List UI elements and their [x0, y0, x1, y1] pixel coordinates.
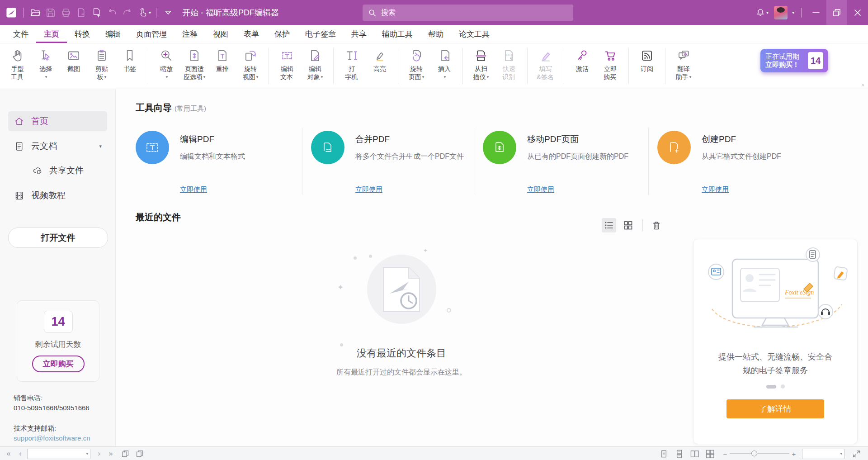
edit-object-button[interactable]: 编辑 对象▾	[301, 47, 329, 81]
menu-file[interactable]: 文件	[5, 25, 36, 43]
learn-more-button[interactable]: 了解详情	[726, 399, 824, 418]
search-box[interactable]	[363, 5, 573, 21]
typewriter-button[interactable]: 打 字机	[338, 47, 366, 81]
facing-view-icon[interactable]	[689, 448, 700, 459]
translate-assistant-button[interactable]: A 翻译 助手▾	[670, 47, 698, 81]
touch-mode-icon[interactable]	[135, 5, 151, 20]
menu-home[interactable]: 主页	[36, 25, 67, 43]
continuous-view-icon[interactable]	[674, 448, 684, 459]
carousel-dot-active[interactable]	[766, 385, 776, 389]
rotate-pages-button[interactable]: 旋转 页面▾	[402, 47, 430, 81]
print-icon[interactable]	[58, 5, 74, 20]
snapshot-button[interactable]: 截图	[60, 47, 88, 73]
rotate-view-button[interactable]: 旋转 视图▾	[236, 47, 264, 81]
buy-now-button[interactable]: 立即 购买	[596, 47, 624, 81]
open-file-icon[interactable]	[28, 5, 43, 20]
clipboard-button[interactable]: 剪贴 板▾	[88, 47, 116, 81]
clear-recent-button[interactable]	[649, 218, 664, 232]
carousel-dot[interactable]	[781, 384, 785, 389]
zoom-dropdown-caret-icon[interactable]: ▾	[840, 451, 844, 456]
zoom-percent-input[interactable]	[802, 451, 840, 457]
next-page-button[interactable]: ›	[93, 450, 105, 458]
menu-convert[interactable]: 转换	[67, 25, 98, 43]
use-now-link[interactable]: 立即使用	[702, 185, 781, 194]
sidebar-item-cloud-docs[interactable]: 云文档 ▾	[8, 136, 107, 156]
close-button[interactable]	[847, 0, 868, 25]
from-scanner-button[interactable]: 从扫 描仪▾	[467, 47, 495, 81]
svg-text:A: A	[684, 51, 687, 56]
support-email-link[interactable]: support@foxitsoftware.cn	[14, 433, 90, 443]
main-panel: 工具向导(常用工具) 编辑PDF 编辑文档和文本格式 立即使用	[116, 89, 868, 446]
menu-organize[interactable]: 页面管理	[128, 25, 175, 43]
hand-tool-button[interactable]: 手型 工具	[4, 47, 32, 81]
list-view-button[interactable]	[602, 218, 616, 232]
bookmark-button[interactable]: 书签	[116, 47, 144, 73]
single-page-view-icon[interactable]	[658, 448, 669, 459]
notifications-caret-icon[interactable]: ▾	[766, 10, 769, 15]
menu-view[interactable]: 视图	[205, 25, 236, 43]
zoom-slider[interactable]	[730, 453, 789, 454]
reflow-button[interactable]: 重排	[208, 47, 236, 73]
fill-sign-button[interactable]: 填写 &签名	[532, 47, 560, 81]
notifications-bell-icon[interactable]	[753, 5, 768, 20]
quick-ocr-button[interactable]: OCR 快速 识别	[495, 47, 523, 81]
sidebar-item-home[interactable]: 首页	[8, 111, 107, 131]
use-now-link[interactable]: 立即使用	[527, 185, 628, 194]
prev-page-button[interactable]: ‹	[14, 450, 26, 458]
highlight-button[interactable]: 高亮	[366, 47, 394, 73]
menu-share[interactable]: 共享	[344, 25, 374, 43]
redo-icon[interactable]	[120, 5, 135, 20]
collapse-toolbar-icon[interactable]	[160, 5, 176, 20]
undo-icon[interactable]	[104, 5, 120, 20]
page-number-box[interactable]: ▾	[27, 449, 90, 459]
zoom-in-button[interactable]: +	[790, 450, 797, 458]
touch-mode-caret-icon[interactable]: ▾	[149, 10, 151, 15]
grid-view-button[interactable]	[621, 218, 635, 232]
use-now-link[interactable]: 立即使用	[355, 185, 464, 194]
facing-continuous-view-icon[interactable]	[704, 448, 715, 459]
first-page-button[interactable]: «	[3, 450, 14, 458]
use-now-link[interactable]: 立即使用	[180, 185, 245, 194]
menu-edit[interactable]: 编辑	[98, 25, 128, 43]
sidebar-item-video-tutorials[interactable]: 视频教程	[8, 185, 107, 205]
restore-button[interactable]	[826, 0, 847, 25]
menu-esign[interactable]: 电子签章	[297, 25, 344, 43]
account-caret-icon[interactable]: ▾	[792, 10, 794, 15]
select-tool-button[interactable]: 选择 ▾	[32, 47, 60, 81]
insert-pages-button[interactable]: 插入 ▾	[430, 47, 458, 81]
snapshot-pages-icon[interactable]	[119, 448, 131, 460]
page-number-input[interactable]	[28, 451, 86, 457]
menu-comment[interactable]: 注释	[175, 25, 205, 43]
duplicate-pages-icon[interactable]	[134, 448, 146, 460]
minimize-button[interactable]	[806, 0, 826, 25]
zoom-button[interactable]: 缩放 ▾	[152, 47, 180, 81]
zoom-percent-box[interactable]: ▾	[802, 449, 844, 459]
subscribe-button[interactable]: 订阅	[633, 47, 661, 73]
new-document-icon[interactable]	[89, 5, 104, 20]
sidebar-item-shared-files[interactable]: 共享文件	[8, 161, 107, 180]
save-icon[interactable]	[43, 5, 58, 20]
highlighter-icon	[372, 47, 387, 65]
menu-paper-tools[interactable]: 论文工具	[451, 25, 497, 43]
edit-text-button[interactable]: 编辑 文本	[273, 47, 301, 81]
close-document-icon[interactable]	[74, 5, 89, 20]
zoom-out-button[interactable]: −	[722, 450, 729, 458]
menu-form[interactable]: 表单	[236, 25, 267, 43]
user-avatar[interactable]	[774, 6, 788, 19]
open-file-button[interactable]: 打开文件	[8, 228, 108, 248]
page-fit-button[interactable]: 页面适 应选项▾	[180, 47, 208, 81]
scroll-up-icon[interactable]: ˄	[862, 82, 864, 88]
zoom-slider-thumb[interactable]	[751, 451, 757, 456]
activate-button[interactable]: 激活	[568, 47, 596, 73]
menu-accessibility[interactable]: 辅助工具	[374, 25, 420, 43]
trial-period-badge[interactable]: 正在试用期 立即购买！ 14	[760, 49, 828, 72]
page-dropdown-caret-icon[interactable]: ▾	[86, 451, 90, 456]
chevron-down-icon[interactable]: ▾	[99, 143, 102, 149]
menu-help[interactable]: 帮助	[420, 25, 451, 43]
last-page-button[interactable]: »	[105, 450, 117, 458]
buy-now-pill-button[interactable]: 立即购买	[32, 356, 85, 372]
trial-days-remaining: 14	[44, 311, 73, 333]
fullscreen-icon[interactable]	[851, 448, 862, 459]
search-input[interactable]	[380, 8, 568, 17]
menu-protect[interactable]: 保护	[267, 25, 297, 43]
